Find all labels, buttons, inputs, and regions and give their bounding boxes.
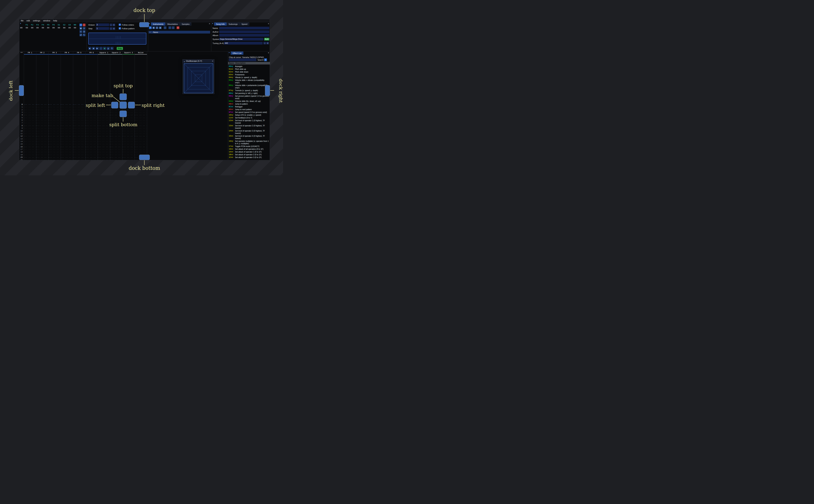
step-input[interactable]: 1 xyxy=(96,27,109,30)
octave-increase-button[interactable]: + xyxy=(113,24,115,26)
effect-list-menu-icon[interactable]: ≡ xyxy=(264,58,267,61)
pattern-row[interactable]: 3··· ·· ·· ······ ·· ·· ······ ·· ·· ···… xyxy=(19,111,147,114)
oscilloscope-window[interactable]: ▼ Oscilloscope (X-Y) × xyxy=(182,59,214,94)
move-order-up-button[interactable]: ∧ xyxy=(83,27,85,30)
play-button[interactable]: ▶ xyxy=(88,47,91,50)
dock-right-target[interactable] xyxy=(265,85,270,96)
song-info-close-icon[interactable]: × xyxy=(268,23,269,25)
tuning-increase-button[interactable]: + xyxy=(266,42,269,44)
effect-search-input[interactable] xyxy=(229,58,256,61)
follow-orders-checkbox[interactable]: ✓ xyxy=(119,24,121,26)
pattern-row[interactable]: 11··· ·· ·· ······ ·· ·· ······ ·· ·· ··… xyxy=(19,132,147,135)
play-pattern-button[interactable]: ◉ xyxy=(92,47,95,50)
tab-instruments[interactable]: Instruments xyxy=(151,22,165,26)
split-top-target[interactable] xyxy=(120,94,127,100)
name-field[interactable] xyxy=(219,27,269,29)
tab-effect-list[interactable]: Effect List xyxy=(231,52,243,55)
channel-header-fm-5[interactable]: FM 5 xyxy=(73,51,85,55)
order-cell[interactable]: 00 xyxy=(67,27,72,29)
pattern-row[interactable]: 9··· ·· ·· ······ ·· ·· ······ ·· ·· ···… xyxy=(19,127,147,130)
delete-instrument-button[interactable]: × xyxy=(177,26,179,29)
step-increase-button[interactable]: + xyxy=(113,27,115,30)
move-instrument-down-button[interactable]: ↓ xyxy=(172,26,174,29)
order-cell[interactable]: 00 xyxy=(24,27,29,29)
channel-header-fm-4[interactable]: FM 4 xyxy=(61,51,73,55)
add-order-button[interactable]: + xyxy=(79,24,82,26)
menu-item-file[interactable]: file xyxy=(19,20,25,22)
duplicate-order-to-end-button[interactable]: ⇊ xyxy=(83,30,85,33)
channel-header-square-1[interactable]: Square 1 xyxy=(98,51,110,55)
clone-instrument-button[interactable]: ▣ xyxy=(152,26,155,29)
pattern-row[interactable]: 12··· ·· ·· ······ ·· ·· ······ ·· ·· ··… xyxy=(19,135,147,138)
order-cell[interactable]: 00 xyxy=(72,27,78,29)
repeat-pattern-button[interactable]: ↻ xyxy=(110,47,114,50)
pattern-row[interactable]: 17··· ·· ·· ······ ·· ·· ······ ·· ·· ··… xyxy=(19,148,147,151)
move-instrument-up-button[interactable]: ↑ xyxy=(168,26,171,29)
pattern-row[interactable]: 10··· ·· ·· ······ ·· ·· ······ ·· ·· ··… xyxy=(19,130,147,132)
pattern-expand-button[interactable]: ++ xyxy=(19,52,24,54)
octave-decrease-button[interactable]: - xyxy=(110,24,112,26)
instruments-close-icon[interactable]: × xyxy=(209,23,210,25)
effect-list-close-icon[interactable]: × xyxy=(268,52,269,54)
save-instrument-button[interactable]: ▦ xyxy=(159,26,162,29)
tab-speed[interactable]: Speed xyxy=(240,22,249,26)
play-from-cursor-button[interactable]: ↓ xyxy=(99,47,102,50)
order-cell[interactable]: 00 xyxy=(46,27,51,29)
oscilloscope-close-icon[interactable]: × xyxy=(212,60,213,62)
order-cell[interactable]: 00 xyxy=(62,27,67,29)
pattern-row[interactable]: 6··· ·· ·· ······ ·· ·· ······ ·· ·· ···… xyxy=(19,119,147,122)
tuning-input[interactable]: 440 xyxy=(224,42,263,45)
menu-item-edit[interactable]: edit xyxy=(25,20,32,22)
piano-keyboard[interactable] xyxy=(88,33,146,45)
change-all-orders-button[interactable]: ⇄ xyxy=(79,34,82,36)
make-tab-target[interactable] xyxy=(120,102,127,109)
open-instrument-button[interactable]: ▤ xyxy=(156,26,158,29)
author-field[interactable] xyxy=(219,30,269,33)
dock-top-target[interactable] xyxy=(139,22,149,27)
pattern-row[interactable]: 21··· ·· ·· ······ ·· ·· ······ ·· ·· ··… xyxy=(19,159,147,160)
pattern-row[interactable]: 13··· ·· ·· ······ ·· ·· ······ ·· ·· ··… xyxy=(19,138,147,140)
menu-item-settings[interactable]: settings xyxy=(31,20,42,22)
pattern-row[interactable]: 16··· ·· ·· ······ ·· ·· ······ ·· ·· ··… xyxy=(19,146,147,148)
order-edit-mode-button[interactable]: ↖ xyxy=(83,34,85,36)
tab-samples[interactable]: Samples xyxy=(180,22,191,26)
poly-button[interactable]: Poly xyxy=(117,47,123,50)
duplicate-order-button[interactable]: ▣ xyxy=(79,27,82,30)
pattern-row[interactable]: 14··· ·· ·· ······ ·· ·· ······ ·· ·· ··… xyxy=(19,140,147,143)
octave-input[interactable]: 3 xyxy=(96,23,109,26)
order-cell[interactable]: 00 xyxy=(51,27,56,29)
menu-item-window[interactable]: window xyxy=(42,20,52,22)
move-order-down-button[interactable]: ∨ xyxy=(79,30,82,33)
channel-header-fm-2[interactable]: FM 2 xyxy=(36,51,48,55)
channel-header-square-2[interactable]: Square 2 xyxy=(110,51,122,55)
channel-header-square-3[interactable]: Square 3 xyxy=(122,51,135,55)
record-button[interactable]: ● xyxy=(103,47,106,50)
instrument-list-item-none[interactable]: ○ - None - xyxy=(149,31,210,34)
oscilloscope-title-bar[interactable]: ▼ Oscilloscope (X-Y) xyxy=(183,60,214,63)
orders-row[interactable]: 0000000000000000000000 xyxy=(19,27,78,29)
system-field[interactable]: Sega Genesis/Mega Drive xyxy=(219,38,263,41)
play-once-button[interactable]: ▶ xyxy=(96,47,99,50)
step-decrease-button[interactable]: - xyxy=(110,27,112,30)
pattern-row[interactable]: 20··· ·· ·· ······ ·· ·· ······ ·· ·· ··… xyxy=(19,156,147,159)
metronome-button[interactable]: ◭ xyxy=(107,47,110,50)
order-cell[interactable]: 00 xyxy=(29,27,35,29)
instrument-folders-button[interactable]: ∴ xyxy=(164,26,166,29)
order-cell[interactable]: 00 xyxy=(56,27,62,29)
order-cell[interactable]: 00 xyxy=(40,27,46,29)
dock-bottom-target[interactable] xyxy=(139,155,150,160)
split-right-target[interactable] xyxy=(128,102,135,108)
pattern-row[interactable]: 5··· ·· ·· ······ ·· ·· ······ ·· ·· ···… xyxy=(19,117,147,119)
follow-pattern-checkbox[interactable]: ✓ xyxy=(119,27,121,29)
tab-song-info[interactable]: Song Info xyxy=(214,22,226,26)
pattern-row[interactable]: 2··· ·· ·· ······ ·· ·· ······ ·· ·· ···… xyxy=(19,109,147,111)
channel-header-noise[interactable]: Noise xyxy=(135,51,147,55)
pattern-row[interactable]: 4··· ·· ·· ······ ·· ·· ······ ·· ·· ···… xyxy=(19,114,147,116)
order-cell[interactable]: 00 xyxy=(35,27,40,29)
pattern-row[interactable]: 18··· ·· ·· ······ ·· ·· ······ ·· ·· ··… xyxy=(19,151,147,153)
menu-item-help[interactable]: help xyxy=(52,20,59,22)
channel-header-fm-6[interactable]: FM 6 xyxy=(85,51,98,55)
split-left-target[interactable] xyxy=(111,102,118,108)
remove-order-button[interactable]: − xyxy=(83,24,85,26)
split-bottom-target[interactable] xyxy=(120,111,127,117)
